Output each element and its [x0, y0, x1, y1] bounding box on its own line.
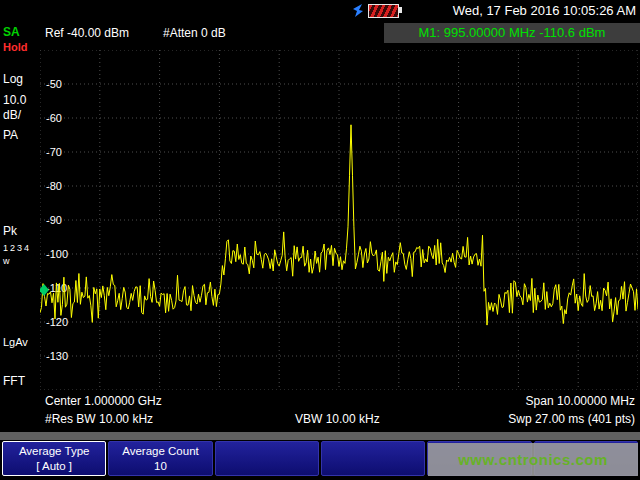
res-bw-label: #Res BW 10.00 kHz — [45, 412, 153, 426]
trace-numbers-label: 1234 — [3, 243, 31, 253]
softkey-blank-4[interactable] — [321, 441, 425, 476]
marker-readout: M1: 995.00000 MHz -110.6 dBm — [384, 23, 640, 43]
average-type-indicator: LgAv — [3, 336, 28, 348]
softkey-label: Average Count — [122, 444, 199, 458]
scale-per-div-label: 10.0 — [3, 93, 26, 107]
svg-text:-120: -120 — [46, 316, 68, 328]
battery-nub — [399, 7, 402, 13]
span-label: Span 10.00000 MHz — [526, 394, 635, 408]
hold-indicator: Hold — [3, 41, 27, 53]
mode-label: SA — [3, 25, 20, 39]
ref-level-label: Ref -40.00 dBm — [45, 26, 129, 40]
video-bw-label: VBW 10.00 kHz — [295, 412, 380, 426]
svg-text:-90: -90 — [46, 214, 62, 226]
softkey-blank-3[interactable] — [215, 441, 319, 476]
graticule-plot: -50-60-70-80-90-100-110-120-130 — [40, 50, 638, 390]
fft-indicator: FFT — [3, 374, 25, 388]
softkey-label: Average Type — [19, 444, 90, 458]
svg-text:-100: -100 — [46, 248, 68, 260]
softkey-average-count[interactable]: Average Count 10 — [108, 441, 212, 476]
softkey-divider-bar — [0, 432, 640, 440]
watermark: www.cntronics.com — [428, 443, 638, 476]
datetime-display: Wed, 17 Feb 2016 10:05:26 AM — [453, 3, 636, 18]
scale-type-label: Log — [3, 72, 23, 86]
center-frequency-label: Center 1.000000 GHz — [45, 394, 162, 408]
attenuation-label: #Atten 0 dB — [163, 26, 226, 40]
peak-detector-label: Pk — [3, 224, 17, 238]
battery-charging-icon — [368, 4, 399, 18]
svg-text:-50: -50 — [46, 78, 62, 90]
svg-text:-130: -130 — [46, 350, 68, 362]
softkey-value: 10 — [154, 459, 167, 473]
svg-text:-70: -70 — [46, 146, 62, 158]
svg-text:-60: -60 — [46, 112, 62, 124]
sweep-time-label: Swp 27.00 ms (401 pts) — [508, 412, 635, 426]
softkey-value: [ Auto ] — [36, 459, 72, 473]
svg-text:-80: -80 — [46, 180, 62, 192]
softkey-average-type[interactable]: Average Type [ Auto ] — [2, 441, 106, 476]
data-link-icon — [351, 3, 364, 18]
preamp-indicator: PA — [3, 128, 18, 142]
scale-unit-label: dB/ — [3, 108, 21, 122]
trace-state-label: w — [3, 256, 10, 266]
spectrum-analyzer-screen: Wed, 17 Feb 2016 10:05:26 AM Ref -40.00 … — [0, 0, 640, 480]
